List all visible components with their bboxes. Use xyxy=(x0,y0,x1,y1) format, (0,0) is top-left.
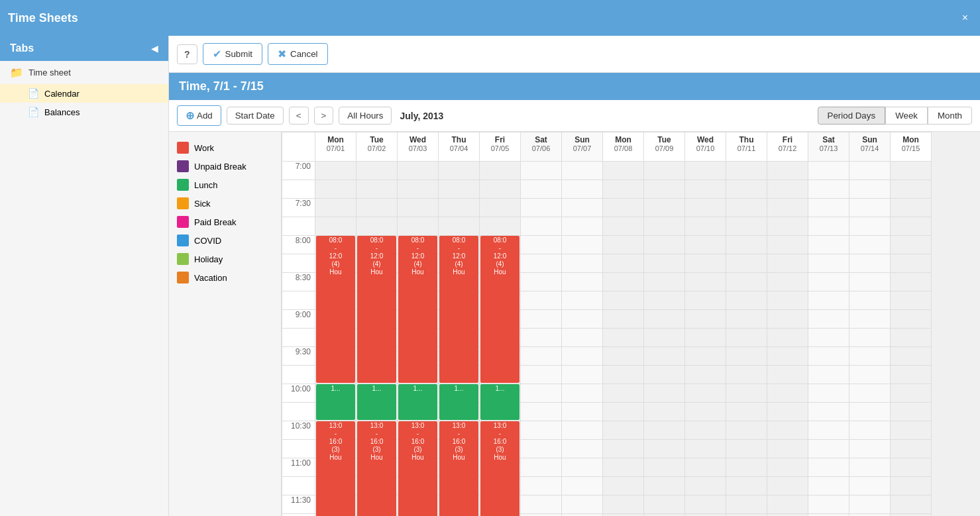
grid-cell[interactable] xyxy=(808,162,849,180)
grid-cell[interactable] xyxy=(767,310,808,329)
sidebar-item-balances[interactable]: 📄 Balances xyxy=(0,103,168,121)
grid-cell[interactable] xyxy=(685,458,726,477)
grid-cell[interactable] xyxy=(603,329,644,347)
grid-cell[interactable] xyxy=(849,273,891,291)
grid-cell[interactable] xyxy=(726,514,767,517)
grid-cell[interactable] xyxy=(726,217,767,236)
grid-cell[interactable] xyxy=(808,217,849,236)
grid-cell[interactable] xyxy=(808,199,849,217)
grid-cell[interactable] xyxy=(808,384,849,403)
event-block[interactable]: 08:0 - 12:0 (4) Hou xyxy=(398,236,437,383)
grid-cell[interactable] xyxy=(644,254,685,273)
grid-cell[interactable] xyxy=(562,366,603,384)
grid-cell[interactable] xyxy=(398,217,439,236)
grid-cell[interactable] xyxy=(603,458,644,477)
grid-cell[interactable] xyxy=(644,291,685,310)
grid-cell[interactable] xyxy=(767,180,808,199)
grid-cell[interactable]: 08:0 - 12:0 (4) Hou xyxy=(315,236,356,254)
grid-cell[interactable]: 1... xyxy=(315,384,356,403)
grid-cell[interactable] xyxy=(726,384,767,403)
grid-cell[interactable] xyxy=(603,162,644,180)
event-block[interactable]: 08:0 - 12:0 (4) Hou xyxy=(316,236,355,383)
event-block[interactable]: 13:0 - 16:0 (3) Hou xyxy=(480,421,519,516)
grid-cell[interactable] xyxy=(685,403,726,421)
grid-cell[interactable] xyxy=(767,514,808,517)
grid-cell[interactable] xyxy=(808,254,849,273)
grid-cell[interactable] xyxy=(603,199,644,217)
grid-cell[interactable] xyxy=(808,458,849,477)
event-block[interactable]: 1... xyxy=(316,384,355,420)
period-days-button[interactable]: Period Days xyxy=(818,107,886,125)
grid-cell[interactable] xyxy=(726,403,767,421)
grid-cell[interactable] xyxy=(849,477,891,495)
grid-cell[interactable] xyxy=(849,162,891,180)
all-hours-button[interactable]: All Hours xyxy=(339,107,392,125)
grid-cell[interactable] xyxy=(685,254,726,273)
event-block[interactable]: 08:0 - 12:0 (4) Hou xyxy=(357,236,396,383)
grid-cell[interactable] xyxy=(849,458,891,477)
grid-cell[interactable] xyxy=(562,273,603,291)
sidebar-collapse-button[interactable]: ◀ xyxy=(151,43,158,54)
grid-cell[interactable] xyxy=(685,217,726,236)
grid-cell[interactable] xyxy=(685,477,726,495)
week-button[interactable]: Week xyxy=(885,107,928,125)
grid-cell[interactable] xyxy=(562,495,603,514)
grid-cell[interactable] xyxy=(644,514,685,517)
grid-cell[interactable] xyxy=(603,495,644,514)
grid-cell[interactable] xyxy=(356,217,398,236)
grid-cell[interactable] xyxy=(808,236,849,254)
grid-cell[interactable]: 13:0 - 16:0 (3) Hou xyxy=(315,421,356,440)
grid-cell[interactable] xyxy=(603,310,644,329)
grid-cell[interactable] xyxy=(891,310,932,329)
grid-cell[interactable] xyxy=(356,180,398,199)
grid-cell[interactable] xyxy=(891,403,932,421)
cancel-button[interactable]: ✖ Cancel xyxy=(268,43,328,65)
grid-cell[interactable] xyxy=(644,236,685,254)
grid-cell[interactable] xyxy=(356,199,398,217)
grid-cell[interactable]: 13:0 - 16:0 (3) Hou xyxy=(398,421,439,440)
grid-cell[interactable] xyxy=(849,514,891,517)
grid-cell[interactable] xyxy=(726,477,767,495)
grid-cell[interactable] xyxy=(644,495,685,514)
event-block[interactable]: 1... xyxy=(357,384,396,420)
grid-cell[interactable] xyxy=(562,254,603,273)
grid-cell[interactable] xyxy=(685,310,726,329)
grid-cell[interactable] xyxy=(767,458,808,477)
grid-cell[interactable] xyxy=(480,180,521,199)
grid-cell[interactable] xyxy=(767,347,808,366)
grid-cell[interactable] xyxy=(562,329,603,347)
grid-cell[interactable] xyxy=(603,384,644,403)
grid-cell[interactable] xyxy=(891,273,932,291)
grid-cell[interactable] xyxy=(808,273,849,291)
grid-cell[interactable] xyxy=(685,291,726,310)
grid-cell[interactable] xyxy=(808,291,849,310)
grid-cell[interactable] xyxy=(726,421,767,440)
grid-cell[interactable]: 08:0 - 12:0 (4) Hou xyxy=(439,236,480,254)
month-button[interactable]: Month xyxy=(928,107,972,125)
grid-cell[interactable] xyxy=(315,162,356,180)
event-block[interactable]: 13:0 - 16:0 (3) Hou xyxy=(316,421,355,516)
grid-cell[interactable] xyxy=(726,291,767,310)
grid-cell[interactable] xyxy=(849,217,891,236)
grid-cell[interactable] xyxy=(603,236,644,254)
grid-cell[interactable] xyxy=(603,477,644,495)
grid-cell[interactable] xyxy=(644,347,685,366)
grid-cell[interactable] xyxy=(685,199,726,217)
grid-cell[interactable] xyxy=(398,199,439,217)
grid-cell[interactable] xyxy=(767,421,808,440)
grid-cell[interactable] xyxy=(521,199,562,217)
grid-cell[interactable] xyxy=(480,199,521,217)
grid-cell[interactable] xyxy=(808,180,849,199)
grid-cell[interactable] xyxy=(603,217,644,236)
grid-cell[interactable] xyxy=(685,495,726,514)
event-block[interactable]: 1... xyxy=(480,384,519,420)
grid-cell[interactable] xyxy=(891,329,932,347)
grid-cell[interactable] xyxy=(562,310,603,329)
grid-cell[interactable] xyxy=(521,254,562,273)
grid-cell[interactable] xyxy=(603,291,644,310)
grid-cell[interactable] xyxy=(849,199,891,217)
grid-cell[interactable] xyxy=(562,421,603,440)
grid-cell[interactable] xyxy=(849,421,891,440)
grid-cell[interactable] xyxy=(562,291,603,310)
grid-cell[interactable]: 13:0 - 16:0 (3) Hou xyxy=(480,421,521,440)
